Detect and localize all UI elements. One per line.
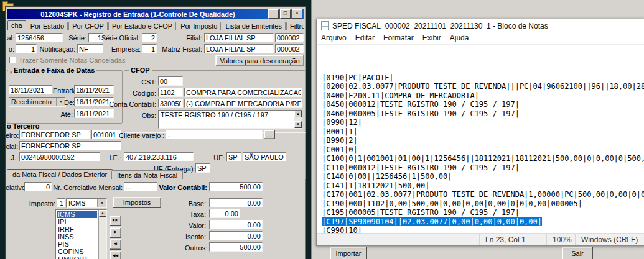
imposto-num-input[interactable] [57,198,65,207]
serie-oficial-input[interactable] [142,33,157,42]
cliente-varejo-input[interactable] [166,130,263,139]
notepad-line[interactable]: |B990|2| [322,136,644,145]
valor-label: Valor: [185,222,206,229]
uf-input[interactable] [226,152,241,161]
tab[interactable]: Por Imposto [177,22,221,30]
uf-entrega-input[interactable] [195,163,210,173]
impostos-scrollbar[interactable]: ▲ ▼ [98,210,106,259]
codigo-desc-input[interactable] [184,88,302,97]
somente-canceladas-checkbox[interactable] [9,57,16,63]
tab-itens-nota-fiscal[interactable]: Itens da Nota Fiscal [111,170,183,179]
tab[interactable]: Por Estado [27,22,68,30]
list-item[interactable]: PIS [57,240,97,248]
matriz-input[interactable] [204,44,274,53]
relativo-input[interactable] [24,182,52,191]
notepad-line[interactable]: |0190|PC|PACOTE| [322,73,644,83]
matriz-code-input[interactable] [275,44,304,53]
notepad-line[interactable]: |C001|0| [322,145,644,155]
notepad-line[interactable]: |C195|000005|TESTE RGISTRO 190 / C195 / … [322,208,644,217]
notepad-line[interactable]: |C141|1|18112021|500,00| [322,181,644,191]
fiscal-input[interactable] [16,33,63,42]
imposto-combo[interactable]: ICMS ▼ [66,198,107,208]
conta-desc-input[interactable] [184,99,302,108]
maximize-button[interactable]: □ [280,9,291,19]
tab[interactable]: cha [7,20,26,30]
uf-desc-input[interactable] [243,152,286,161]
menu-item[interactable]: Arquivo [317,32,351,44]
list-item[interactable]: IRRF [57,225,97,233]
scroll-up-icon[interactable]: ▲ [294,111,302,117]
tab-nota-fiscal[interactable]: da Nota Fiscal / Dados Exterior [7,169,113,179]
impostos-button[interactable]: Impostos [113,197,161,208]
numero-input[interactable] [16,44,37,53]
list-item[interactable]: COFINS [57,248,97,255]
notepad-line[interactable]: |C140|0|00||1256456|1|500,00| [322,172,644,181]
chevron-down-icon[interactable]: ▼ [97,199,106,207]
notepad-line[interactable]: |C170|001|02.03.0077|PRODUTO TESTE DE RE… [322,190,644,199]
tab[interactable]: Filtros [286,22,304,30]
move-button[interactable]: ◀◀ [110,251,121,259]
close-button[interactable]: × [292,9,302,19]
empresa-input[interactable] [142,44,157,53]
notepad-text[interactable]: |0190|PC|PACOTE||0200|02.03.0077|PRODUTO… [317,45,644,233]
recebimento-combo[interactable]: Recebimento ▼ [9,97,66,107]
de-input[interactable] [74,97,114,106]
notepad-line[interactable]: |C100|0|1|001001|01|00|1|1256456||181120… [322,154,644,163]
isento-input[interactable] [209,231,263,240]
notepad-line[interactable]: |0200|02.03.0077|PRODUTO TESTE DE REVEND… [322,82,644,91]
base-input[interactable] [209,198,263,207]
importar-button[interactable]: Importar [330,247,367,259]
conta-contabil-input[interactable] [158,99,183,108]
taxa-input[interactable] [209,209,240,218]
list-item[interactable]: IPI [57,218,97,225]
ie-input[interactable] [124,152,194,161]
menu-item[interactable]: Exibir [418,32,446,44]
notepad-line[interactable]: |C990|10| [322,226,644,233]
entrada-input[interactable] [74,85,114,94]
cst-input[interactable] [158,76,183,86]
move-button[interactable]: ◀ [110,239,121,250]
outros-input[interactable] [209,242,263,252]
notepad-line[interactable]: |0990|12| [322,118,644,127]
notepad-line[interactable]: |C197|SP90090104||02.03.0077|0,00|0,00|0… [322,217,644,227]
list-item[interactable]: I.IMPORT. [57,255,97,259]
notepad-line[interactable]: |0460|000005|TESTE RGISTRO 190 / C195 / … [322,109,644,119]
fornecedor-code-input[interactable] [91,130,121,139]
filial-input[interactable] [204,33,274,42]
obs-scrollbar[interactable]: ▲ ▼ [294,111,302,128]
tab[interactable]: Lista de Emitentes [222,22,286,30]
menu-item[interactable]: Ajuda [446,32,474,44]
tab[interactable]: Por Estado e CFOP [108,22,176,30]
scroll-down-icon[interactable]: ▼ [294,121,302,128]
codigo-input[interactable] [158,88,183,97]
list-item[interactable]: ICMS [57,211,97,218]
menu-item[interactable]: Formatar [379,32,418,44]
move-button[interactable]: ▶ [110,227,121,238]
valor-contabil-input[interactable] [209,182,263,191]
fornecedor-input[interactable] [19,130,90,139]
notepad-line[interactable]: |C110|000012|TESTE RGISTRO 190 / C195 / … [322,163,644,173]
notepad-line[interactable]: |0450|000012|TESTE RGISTRO 190 / C195 / … [322,100,644,109]
notepad-line[interactable]: |C190|000|1102|0,00|500,00|0,00|0,00|0,0… [322,199,644,209]
sair-button[interactable]: Sair [562,247,593,259]
filial-code-input[interactable] [275,33,304,42]
notificacao-input[interactable] [77,44,103,53]
minimize-button[interactable]: _ [268,9,279,19]
valor-input[interactable] [209,220,263,229]
notepad-line[interactable]: |B001|1| [322,127,644,137]
cnpj-input[interactable] [19,152,100,161]
obs-textarea[interactable]: TESTE RGISTRO 190 / C195 / 197 [158,110,302,129]
filial-label: Filial: [181,34,202,42]
ate-input[interactable] [74,109,114,118]
notepad-line[interactable]: |0400|E200.11|COMPRA DE MERCADORIA| [322,91,644,101]
menu-item[interactable]: Editar [351,32,379,44]
cliente-varejo-browse-button[interactable]: ... [264,130,275,139]
move-button[interactable]: ▶▶ [110,216,121,226]
scroll-up-icon[interactable]: ▲ [99,210,106,217]
razao-input[interactable] [19,141,121,150]
tab[interactable]: Por CFOP [68,22,108,30]
emissao-input[interactable] [9,85,52,94]
correlativo-input[interactable] [124,182,157,191]
list-item[interactable]: INSS [57,233,97,240]
desoneracao-button[interactable]: Valores para desoneração [215,55,304,66]
